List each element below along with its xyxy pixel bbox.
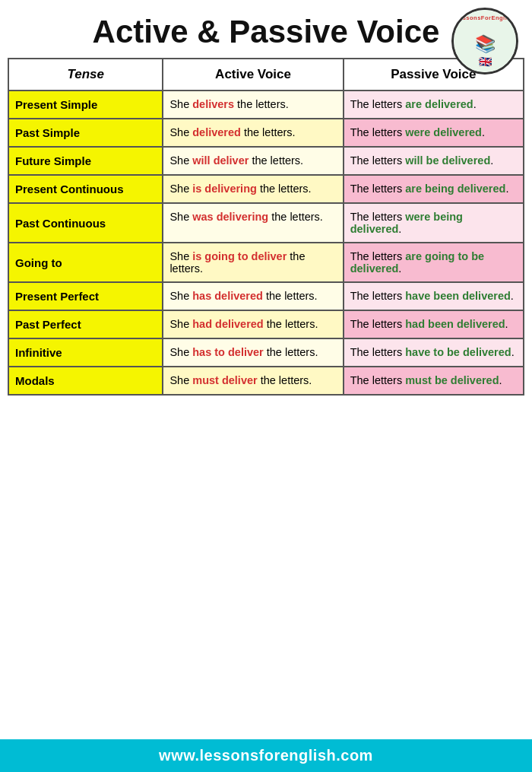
logo: LessonsForEnglish 📚 .Com 🇬🇧 — [451, 8, 518, 75]
passive-verb: will be delivered — [405, 154, 490, 167]
active-cell: She has to deliver the letters. — [163, 338, 343, 367]
tense-cell: Present Perfect — [8, 282, 163, 310]
voice-table: Tense Active Voice Passive Voice Present… — [8, 58, 524, 396]
logo-flag-icon: 🇬🇧 — [479, 56, 492, 68]
header: Active & Passive Voice LessonsForEnglish… — [0, 0, 532, 58]
table-row: Past PerfectShe had delivered the letter… — [8, 310, 524, 338]
col-header-tense: Tense — [8, 59, 163, 91]
passive-cell: The letters were being delivered. — [344, 203, 524, 243]
passive-cell: The letters had been delivered. — [344, 310, 524, 338]
active-cell: She has delivered the letters. — [163, 282, 343, 310]
footer: www.lessonsforenglish.com — [0, 739, 532, 772]
passive-verb: have been delivered — [405, 290, 511, 302]
active-verb: has delivered — [192, 290, 263, 302]
table-row: Present SimpleShe delivers the letters.T… — [8, 91, 524, 119]
active-cell: She must deliver the letters. — [163, 367, 343, 395]
active-verb: is delivering — [192, 183, 257, 195]
active-cell: She delivered the letters. — [163, 119, 343, 147]
table-header-row: Tense Active Voice Passive Voice — [8, 59, 524, 91]
page-title: Active & Passive Voice — [93, 14, 440, 50]
active-verb: had delivered — [192, 318, 263, 330]
passive-verb: were being delivered — [350, 211, 463, 235]
passive-cell: The letters have to be delivered. — [344, 338, 524, 367]
passive-verb: are going to be delivered — [350, 250, 484, 275]
tense-cell: Going to — [8, 243, 163, 282]
col-header-active: Active Voice — [163, 59, 343, 91]
passive-cell: The letters will be delivered. — [344, 147, 524, 175]
tense-cell: Future Simple — [8, 147, 163, 175]
active-verb: will deliver — [192, 154, 249, 167]
active-verb: has to deliver — [192, 346, 263, 358]
tense-cell: Past Continuous — [8, 203, 163, 243]
footer-url: www.lessonsforenglish.com — [159, 747, 373, 764]
active-cell: She is going to deliver the letters. — [163, 243, 343, 282]
tense-cell: Modals — [8, 367, 163, 395]
table-row: Future SimpleShe will deliver the letter… — [8, 147, 524, 175]
table-row: Past SimpleShe delivered the letters.The… — [8, 119, 524, 147]
passive-verb: had been delivered — [405, 318, 505, 330]
active-verb: delivers — [192, 98, 234, 110]
table-row: InfinitiveShe has to deliver the letters… — [8, 338, 524, 367]
active-cell: She will deliver the letters. — [163, 147, 343, 175]
tense-cell: Past Perfect — [8, 310, 163, 338]
passive-verb: are being delivered — [405, 183, 505, 195]
passive-verb: must be delivered — [405, 374, 499, 386]
passive-cell: The letters were delivered. — [344, 119, 524, 147]
logo-text-top: LessonsForEnglish — [454, 14, 516, 21]
tense-cell: Present Continuous — [8, 175, 163, 203]
table-row: ModalsShe must deliver the letters.The l… — [8, 367, 524, 395]
passive-verb: are delivered — [405, 98, 473, 110]
active-cell: She delivers the letters. — [163, 91, 343, 119]
active-cell: She had delivered the letters. — [163, 310, 343, 338]
table-row: Going toShe is going to deliver the lett… — [8, 243, 524, 282]
content-table-wrap: Tense Active Voice Passive Voice Present… — [0, 58, 532, 739]
passive-cell: The letters must be delivered. — [344, 367, 524, 395]
passive-cell: The letters have been delivered. — [344, 282, 524, 310]
table-row: Present ContinuousShe is delivering the … — [8, 175, 524, 203]
active-cell: She was delivering the letters. — [163, 203, 343, 243]
table-row: Past ContinuousShe was delivering the le… — [8, 203, 524, 243]
active-cell: She is delivering the letters. — [163, 175, 343, 203]
active-verb: is going to deliver — [192, 250, 287, 262]
passive-verb: were delivered — [405, 126, 482, 138]
logo-books-icon: 📚 — [475, 34, 496, 54]
passive-cell: The letters are being delivered. — [344, 175, 524, 203]
tense-cell: Past Simple — [8, 119, 163, 147]
active-verb: was delivering — [192, 211, 268, 223]
active-verb: delivered — [192, 126, 241, 138]
passive-verb: have to be delivered — [405, 346, 511, 358]
tense-cell: Present Simple — [8, 91, 163, 119]
tense-cell: Infinitive — [8, 338, 163, 367]
passive-cell: The letters are delivered. — [344, 91, 524, 119]
active-verb: must deliver — [192, 374, 257, 386]
table-row: Present PerfectShe has delivered the let… — [8, 282, 524, 310]
passive-cell: The letters are going to be delivered. — [344, 243, 524, 282]
